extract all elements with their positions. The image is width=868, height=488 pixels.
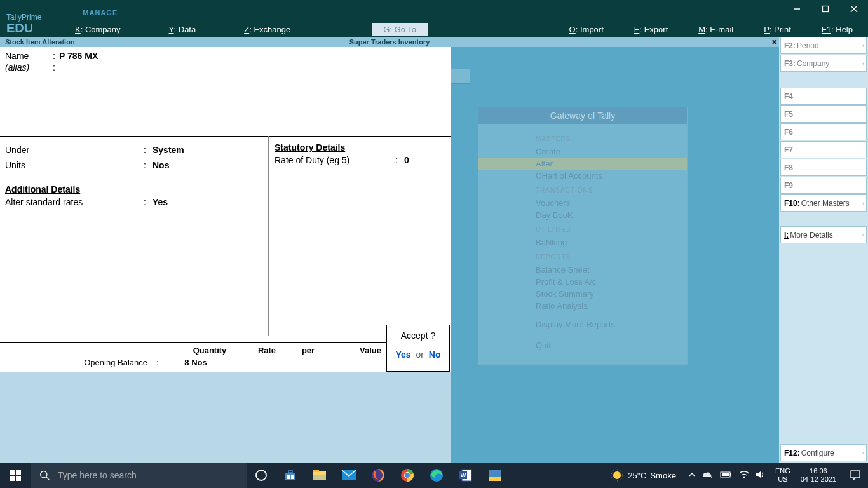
gw-quit[interactable]: Quit	[536, 339, 687, 351]
weather-widget[interactable]: 25°C Smoke	[604, 468, 682, 482]
name-label: Name	[5, 51, 53, 61]
fn-f6[interactable]: F6	[780, 123, 867, 140]
svg-rect-12	[288, 471, 292, 473]
svg-point-8	[41, 471, 47, 477]
units-value[interactable]: Nos	[153, 160, 169, 170]
gw-balance[interactable]: Balance Sheet	[536, 264, 687, 276]
mail-icon[interactable]	[334, 463, 363, 488]
edge-icon[interactable]	[422, 463, 451, 488]
svg-text:W: W	[461, 472, 466, 478]
store-icon[interactable]	[276, 463, 305, 488]
tray-wifi-icon[interactable]	[736, 470, 752, 481]
fn-f3-company[interactable]: F3:Company‹	[780, 55, 867, 72]
fn-f2-period[interactable]: F2:Period‹	[780, 37, 867, 54]
taskbar-search[interactable]: Type here to search	[31, 463, 247, 488]
context-title: Stock Item Alteration	[0, 38, 75, 46]
search-icon	[39, 470, 50, 481]
menu-data[interactable]: Y: Data	[158, 23, 208, 36]
gw-vouchers[interactable]: Vouchers	[536, 197, 687, 209]
svg-rect-5	[16, 470, 21, 475]
gw-banking[interactable]: BaNking	[536, 236, 687, 248]
opening-qty[interactable]: 8 Nos	[164, 358, 227, 367]
svg-rect-11	[285, 473, 295, 480]
cortana-icon[interactable]	[247, 463, 276, 488]
svg-point-31	[613, 471, 621, 479]
menu-exchange[interactable]: Z: Exchange	[233, 23, 302, 36]
tally-taskbar-icon[interactable]	[480, 463, 510, 488]
maximize-button[interactable]	[811, 0, 839, 18]
tray-onedrive-icon[interactable]	[699, 471, 717, 480]
context-company: Super Traders Inventory	[349, 38, 430, 46]
stock-item-form: Name : P 786 MX (alias) : Under:System U…	[0, 47, 451, 372]
under-label: Under	[5, 145, 144, 155]
menu-help[interactable]: F1: Help	[806, 23, 868, 36]
fn-i-more-details[interactable]: I:More Details‹	[780, 226, 867, 243]
fn-f10-other-masters[interactable]: F10:Other Masters‹	[780, 194, 867, 212]
menu-company[interactable]: K: Company	[64, 23, 132, 36]
gw-daybook[interactable]: Day BooK	[536, 209, 687, 221]
firefox-icon[interactable]	[363, 463, 393, 488]
gw-create[interactable]: Create	[536, 146, 687, 158]
gw-pl[interactable]: Profit & Loss A/c	[536, 276, 687, 288]
svg-rect-14	[291, 475, 294, 477]
svg-rect-4	[10, 470, 15, 475]
menu-import[interactable]: O: Import	[554, 23, 619, 36]
language-indicator[interactable]: ENG US	[771, 467, 794, 484]
menu-bar: EDU K: Company Y: Data Z: Exchange G: Go…	[0, 22, 868, 37]
tray-battery-icon[interactable]	[717, 471, 736, 480]
fn-f8[interactable]: F8	[780, 159, 867, 176]
fn-f7[interactable]: F7	[780, 141, 867, 158]
gw-alter[interactable]: Alter	[478, 158, 687, 170]
function-panel: F2:Period‹ F3:Company‹ F4 F5 F6 F7 F8 F9…	[779, 37, 868, 463]
accept-dialog: Accept ? Yes or No	[386, 325, 450, 372]
fn-f9[interactable]: F9	[780, 177, 867, 194]
col-value: Value	[324, 346, 388, 355]
gw-stock[interactable]: Stock Summary	[536, 288, 687, 300]
menu-email[interactable]: M: E-mail	[683, 23, 749, 36]
menu-print[interactable]: P: Print	[749, 23, 806, 36]
notifications-icon[interactable]	[843, 470, 868, 481]
chrome-icon[interactable]	[393, 463, 422, 488]
svg-rect-37	[851, 471, 860, 478]
clock[interactable]: 16:06 04-12-2021	[794, 467, 843, 484]
svg-rect-19	[313, 475, 326, 480]
title-bar: TallyPrime MANAGE	[0, 0, 868, 22]
taskbar: Type here to search W 25°C Smoke ENG US …	[0, 463, 868, 488]
col-quantity: Quantity	[178, 346, 241, 355]
system-tray	[682, 470, 771, 481]
minimize-button[interactable]	[782, 0, 811, 18]
svg-point-36	[743, 476, 745, 478]
tray-volume-icon[interactable]	[752, 470, 769, 481]
explorer-icon[interactable]	[305, 463, 334, 488]
svg-line-9	[46, 477, 49, 480]
gateway-title: Gateway of Tally	[478, 107, 687, 124]
under-value[interactable]: System	[153, 145, 184, 155]
manage-tab[interactable]: MANAGE	[83, 9, 118, 22]
gw-ratio[interactable]: Ratio Analysis	[536, 300, 687, 312]
gw-display[interactable]: Display More Reports	[536, 318, 687, 330]
gateway-panel: Gateway of Tally MASTERS Create Alter CH…	[478, 107, 688, 365]
svg-rect-1	[822, 6, 828, 12]
word-icon[interactable]: W	[451, 463, 480, 488]
fn-f5[interactable]: F5	[780, 105, 867, 123]
fn-f12-configure[interactable]: F12:Configure‹	[780, 444, 867, 461]
svg-rect-15	[287, 477, 290, 479]
alter-rates-value[interactable]: Yes	[153, 197, 168, 207]
tray-chevron-icon[interactable]	[685, 471, 699, 480]
accept-no[interactable]: No	[429, 349, 441, 360]
fn-f4[interactable]: F4	[780, 88, 867, 105]
name-value[interactable]: P 786 MX	[59, 51, 98, 61]
alter-rates-label: Alter standard rates	[5, 197, 144, 207]
close-button[interactable]	[839, 0, 868, 18]
start-button[interactable]	[0, 463, 31, 488]
units-label: Units	[5, 160, 144, 170]
menu-export[interactable]: E: Export	[619, 23, 683, 36]
context-close-icon[interactable]: ×	[772, 37, 777, 47]
weather-icon	[610, 468, 624, 482]
gw-chart[interactable]: CHart of Accounts	[536, 170, 687, 182]
opening-label: Opening Balance	[0, 358, 151, 367]
svg-point-10	[256, 470, 266, 480]
accept-yes[interactable]: Yes	[395, 349, 410, 360]
menu-goto[interactable]: G: Go To	[372, 23, 428, 36]
duty-value[interactable]: 0	[404, 155, 409, 165]
